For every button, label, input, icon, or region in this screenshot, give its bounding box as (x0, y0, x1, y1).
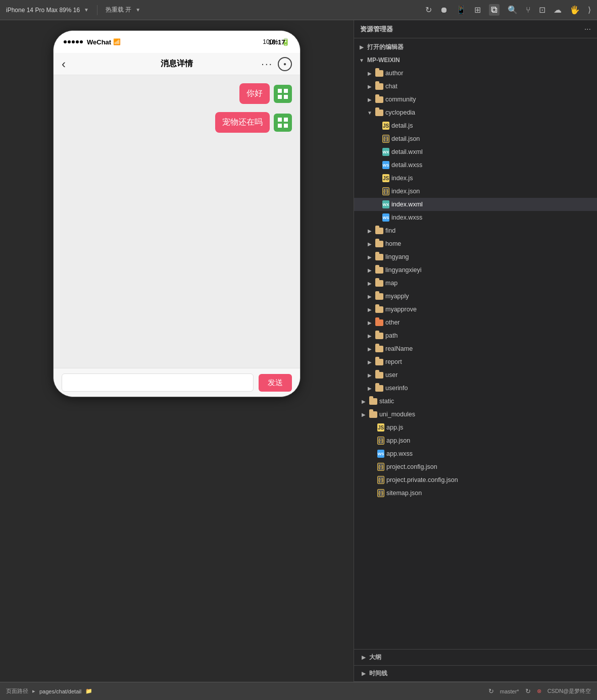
file-app-wxss[interactable]: WS app.wxss (354, 447, 597, 460)
hand-icon[interactable]: 🖐 (570, 5, 580, 15)
folder-home-chevron (366, 241, 373, 247)
file-app-js[interactable]: JS app.js (354, 421, 597, 434)
folder-realname-chevron (366, 346, 373, 352)
file-index-wxml[interactable]: WX index.wxml (354, 198, 597, 211)
record-icon[interactable]: ⏺ (440, 6, 448, 15)
outline-label: 大纲 (369, 653, 381, 662)
refresh-icon[interactable]: ↻ (425, 5, 432, 15)
folder-report[interactable]: report (354, 355, 597, 368)
folder-community[interactable]: community (354, 93, 597, 106)
folder-realname-icon (375, 346, 383, 352)
file-detail-json-icon: {·} (382, 135, 389, 143)
svg-rect-0 (278, 89, 282, 93)
folder-find-chevron (366, 228, 373, 234)
file-detail-js[interactable]: JS detail.js (354, 119, 597, 132)
folder-user-label: user (385, 371, 397, 379)
hot-reload-chevron[interactable]: ▼ (135, 7, 140, 13)
file-project-private-config-json[interactable]: {·} project.private.config.json (354, 473, 597, 487)
open-editors-label: 打开的编辑器 (367, 43, 404, 51)
folder-map[interactable]: map (354, 277, 597, 290)
file-project-private-config-json-icon: {·} (377, 476, 384, 484)
file-detail-json[interactable]: {·} detail.json (354, 132, 597, 145)
open-editors-section[interactable]: 打开的编辑器 (354, 40, 597, 53)
file-detail-wxss-label: detail.wxss (391, 161, 422, 169)
outline-section[interactable]: 大纲 (354, 650, 597, 666)
file-index-js[interactable]: JS index.js (354, 172, 597, 185)
folder-uni-modules-chevron (360, 412, 367, 417)
folder-community-label: community (385, 96, 416, 103)
nav-circle-button[interactable]: ● (278, 57, 292, 71)
copy-icon[interactable]: ⧉ (489, 4, 500, 16)
folder-realname-label: realName (385, 345, 413, 352)
back-button[interactable]: ‹ (62, 58, 66, 70)
signal-dot-3 (72, 40, 75, 43)
chat-input[interactable] (62, 373, 254, 392)
folder-myapprove[interactable]: myapprove (354, 303, 597, 316)
file-index-js-icon: JS (382, 174, 389, 182)
chat-input-area: 发送 (54, 368, 300, 397)
folder-find-label: find (385, 227, 395, 234)
search-icon[interactable]: 🔍 (508, 5, 518, 15)
file-project-config-json[interactable]: {·} project.config.json (354, 460, 597, 473)
toolbar-icons: ↻ ⏺ 📱 ⊞ ⧉ 🔍 ⑂ ⊡ ☁ 🖐 ⟩ (425, 4, 591, 16)
file-detail-wxss[interactable]: WS detail.wxss (354, 158, 597, 172)
folder-path[interactable]: path (354, 329, 597, 342)
sync-icon-2[interactable]: ↻ (525, 687, 531, 695)
path-label: 页面路径 (6, 687, 28, 695)
phone-status-bar: WeChat 📶 18:17 100% 🔋 (54, 31, 300, 53)
file-app-js-label: app.js (386, 424, 403, 431)
folder-lingyangxieyi[interactable]: lingyangxieyi (354, 263, 597, 277)
folder-cyclopedia[interactable]: cyclopedia (354, 106, 597, 119)
folder-uni-modules-label: uni_modules (379, 411, 415, 418)
folder-home[interactable]: home (354, 237, 597, 250)
folder-author[interactable]: author (354, 67, 597, 80)
folder-static-icon (369, 398, 377, 405)
branch-icon[interactable]: ⑂ (526, 6, 531, 15)
file-index-wxss[interactable]: WS index.wxss (354, 211, 597, 224)
file-detail-wxml[interactable]: WX detail.wxml (354, 145, 597, 158)
chat-messages: 你好 宠物还在吗 (54, 75, 300, 368)
file-app-json[interactable]: {·} app.json (354, 434, 597, 447)
file-detail-wxml-icon: WX (382, 148, 389, 156)
hot-reload-label[interactable]: 热重载 开 (106, 6, 131, 14)
folder-community-chevron (366, 97, 373, 102)
folder-user[interactable]: user (354, 368, 597, 382)
timeline-section[interactable]: 时间线 (354, 666, 597, 682)
git-branch[interactable]: master* (500, 688, 519, 694)
folder-uni-modules-icon (369, 411, 377, 418)
send-button[interactable]: 发送 (259, 374, 292, 392)
mp-weixin-section[interactable]: MP-WEIXIN (354, 53, 597, 67)
device-label[interactable]: iPhone 14 Pro Max 89% 16 (6, 7, 80, 14)
folder-userinfo[interactable]: userinfo (354, 382, 597, 395)
sync-icon[interactable]: ↻ (488, 687, 494, 695)
folder-myapply[interactable]: myapply (354, 290, 597, 303)
folder-other[interactable]: other (354, 316, 597, 329)
separator (97, 5, 97, 15)
layout-icon[interactable]: ⊡ (539, 5, 545, 15)
folder-uni-modules[interactable]: uni_modules (354, 408, 597, 421)
path-value[interactable]: pages/chat/detail (39, 688, 81, 694)
file-index-json-label: index.json (391, 188, 420, 195)
file-index-json[interactable]: {·} index.json (354, 185, 597, 198)
cloud-icon[interactable]: ☁ (554, 5, 562, 15)
folder-chat[interactable]: chat (354, 80, 597, 93)
grid-icon[interactable]: ⊞ (474, 5, 481, 15)
folder-community-icon (375, 96, 383, 103)
folder-lingyang[interactable]: lingyang (354, 250, 597, 263)
phone-icon[interactable]: 📱 (456, 5, 466, 15)
file-index-wxml-label: index.wxml (391, 201, 423, 208)
expand-icon[interactable]: ⟩ (588, 5, 591, 15)
message-row-1: 你好 (62, 83, 292, 104)
timeline-chevron (360, 671, 367, 676)
nav-dots-button[interactable]: ··· (261, 58, 273, 70)
file-sitemap-json[interactable]: {·} sitemap.json (354, 487, 597, 500)
folder-static[interactable]: static (354, 395, 597, 408)
folder-path-icon (375, 333, 383, 339)
explorer-more-button[interactable]: ··· (584, 25, 591, 34)
explorer-title: 资源管理器 (360, 25, 584, 34)
file-sitemap-json-icon: {·} (377, 489, 384, 497)
chevron-down-icon[interactable]: ▼ (84, 7, 89, 13)
folder-cyclopedia-chevron (366, 110, 373, 116)
folder-find[interactable]: find (354, 224, 597, 237)
folder-realname[interactable]: realName (354, 342, 597, 355)
